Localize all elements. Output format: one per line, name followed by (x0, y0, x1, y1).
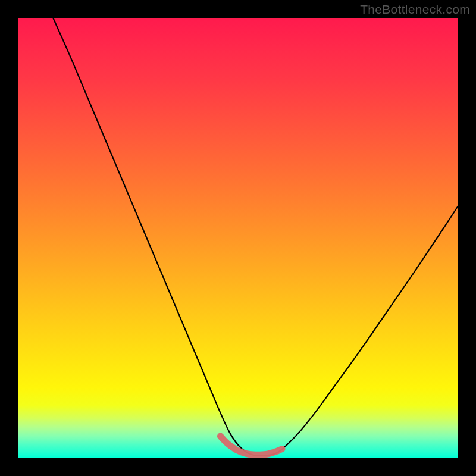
plot-area (18, 18, 458, 458)
chart-frame: TheBottleneck.com (0, 0, 476, 476)
curve-svg (18, 18, 458, 458)
bottleneck-curve (53, 18, 458, 456)
optimal-band-curve (220, 436, 282, 455)
watermark-text: TheBottleneck.com (360, 2, 470, 17)
